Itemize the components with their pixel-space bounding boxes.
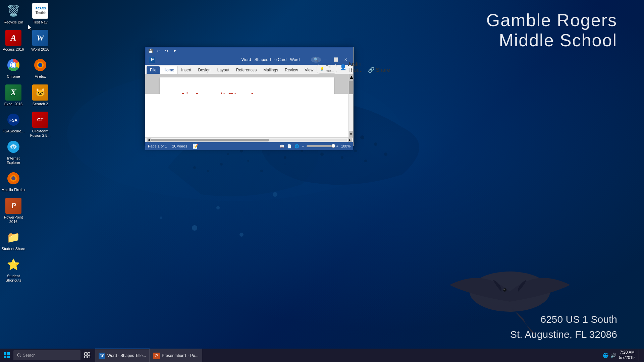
qat-save[interactable]: 💾 <box>147 48 154 54</box>
tab-references[interactable]: References <box>233 66 260 74</box>
svg-point-3 <box>239 233 244 237</box>
tab-file[interactable]: File <box>147 66 160 74</box>
word-search-btn[interactable]: 🔍 <box>311 57 321 63</box>
desktop-icon-recycle-bin[interactable]: 🗑️ Recycle Bin <box>0 1 27 26</box>
desktop-icon-ppt[interactable]: P PowerPoint 2016 <box>0 196 27 226</box>
taskbar-system-icons: 🌐 🔊 <box>603 353 616 358</box>
svg-point-1 <box>192 225 197 231</box>
taskbar-word-icon: W <box>99 353 105 359</box>
desktop-icon-clickteam[interactable]: CT Clickteam Fusion 2.5... <box>27 110 54 140</box>
desktop-icon-word[interactable]: W Word 2016 <box>27 28 54 54</box>
firefox-label: Firefox <box>35 74 46 79</box>
clickteam-icon: CT <box>32 112 48 128</box>
scratch-label: Scratch 2 <box>33 102 48 106</box>
firefox-icon <box>32 57 48 73</box>
view-layout-icon[interactable]: 📄 <box>287 144 292 148</box>
windows-logo-icon <box>3 352 10 359</box>
desktop-icon-ie[interactable]: e Internet Explorer <box>0 137 27 167</box>
hscrollbar-track <box>151 139 347 141</box>
tab-home[interactable]: Home <box>160 66 178 74</box>
taskbar-search[interactable]: Search <box>13 350 80 360</box>
svg-point-11 <box>227 153 229 155</box>
taskbar-time-display: 7:20 AM <box>619 350 635 355</box>
tell-me-btn[interactable]: 💡 Tell me... <box>317 64 337 74</box>
tab-design[interactable]: Design <box>195 66 214 74</box>
taskbar: Search W Word - Shapes Title... P Presen… <box>0 349 644 362</box>
desktop-icon-firefox[interactable]: Firefox <box>27 55 54 81</box>
tab-view[interactable]: View <box>302 66 317 74</box>
excel-label: Excel 2016 <box>4 102 22 106</box>
svg-rect-63 <box>88 356 90 358</box>
ie-icon: e <box>5 139 21 155</box>
qat-undo[interactable]: ↩ <box>155 48 162 54</box>
word-heading1: Air Assault Step 4 <box>180 91 314 94</box>
school-name: Gamble Rogers Middle School <box>486 10 617 50</box>
tab-review[interactable]: Review <box>281 66 301 74</box>
taskbar-clock[interactable]: 7:20 AM 5/7/2019 <box>619 350 635 360</box>
word-content-area[interactable]: Air Assault Step 4 Sound Effects You wil… <box>145 74 348 94</box>
word-minimize-btn[interactable]: ─ <box>321 56 330 63</box>
scrollbar-up-btn[interactable]: ▲ <box>349 74 353 81</box>
desktop-icon-fsa[interactable]: FSA FSASecure... <box>0 110 27 135</box>
show-desktop-btn[interactable] <box>639 350 641 361</box>
share-icon: 🔗 <box>368 67 375 73</box>
statusbar-page: Page 1 of 1 <box>148 144 167 148</box>
scrollbar-thumb[interactable] <box>349 81 353 94</box>
word-vertical-scrollbar[interactable]: ▲ ▼ <box>348 74 353 137</box>
scrollbar-down-btn[interactable]: ▼ <box>349 131 353 137</box>
desktop-icon-chrome[interactable]: Chrome <box>0 55 27 81</box>
user-icon: 👤 <box>340 64 346 70</box>
word-main-area: Air Assault Step 4 Sound Effects You wil… <box>145 74 353 137</box>
desktop-icon-access[interactable]: A Access 2016 <box>0 28 27 54</box>
svg-rect-54 <box>4 352 6 355</box>
share-btn[interactable]: 🔗 Share <box>365 66 393 74</box>
fsa-icon: FSA <box>5 112 21 128</box>
desktop-icon-excel[interactable]: X Excel 2016 <box>0 82 27 108</box>
svg-text:FSA: FSA <box>9 118 17 123</box>
hscrollbar-thumb[interactable] <box>151 139 269 141</box>
task-view-btn[interactable] <box>80 349 94 362</box>
zoom-slider-thumb[interactable] <box>331 144 335 148</box>
svg-point-14 <box>220 163 223 166</box>
zoom-slider[interactable] <box>307 145 333 147</box>
tab-mailings[interactable]: Mailings <box>260 66 281 74</box>
svg-rect-62 <box>85 356 87 358</box>
start-button[interactable] <box>0 349 13 362</box>
access-icon: A <box>5 30 21 46</box>
word-horizontal-scrollbar[interactable]: ◀ ▶ <box>145 137 353 142</box>
testnav-label: Test Nav <box>33 20 48 24</box>
word-page: Air Assault Step 4 Sound Effects You wil… <box>160 77 334 94</box>
hscrollbar-right-btn[interactable]: ▶ <box>348 138 352 142</box>
desktop-icon-testnav[interactable]: PEARSON TestNav Test Nav <box>27 1 54 26</box>
svg-point-36 <box>503 289 505 290</box>
desktop-icons-right: PEARSON TestNav Test Nav W Word 2016 Fir… <box>27 0 54 140</box>
taskbar-word-app[interactable]: W Word - Shapes Title... <box>95 349 150 362</box>
svg-point-4 <box>160 217 162 219</box>
user-name-btn[interactable]: 👤 Justin Thor... <box>337 60 365 74</box>
qat-redo[interactable]: ↪ <box>163 48 170 54</box>
desktop-icon-scratch[interactable]: 🐱 Scratch 2 <box>27 82 54 108</box>
chrome-label: Chrome <box>7 74 20 79</box>
taskbar-ppt-app[interactable]: P Presentation1 - Po... <box>150 349 202 362</box>
volume-icon[interactable]: 🔊 <box>610 353 616 358</box>
view-read-icon[interactable]: 📖 <box>280 144 284 148</box>
desktop-icon-student-share[interactable]: 📁 Student Share <box>0 227 27 253</box>
statusbar-spellcheck-icon[interactable]: 📝 <box>193 143 198 149</box>
tab-insert[interactable]: Insert <box>178 66 195 74</box>
search-icon <box>17 353 21 358</box>
svg-text:TestNav: TestNav <box>36 11 46 15</box>
svg-text:e: e <box>12 144 15 150</box>
view-web-icon[interactable]: 🌐 <box>294 144 299 148</box>
desktop-icon-student-shortcuts[interactable]: ⭐ Student Shortcuts <box>0 254 27 285</box>
word-label: Word 2016 <box>31 47 49 52</box>
zoom-minus-btn[interactable]: − <box>302 144 304 148</box>
desktop-icon-mozilla[interactable]: Mozilla Firefox <box>0 168 27 194</box>
zoom-plus-btn[interactable]: + <box>336 144 338 148</box>
hscrollbar-left-btn[interactable]: ◀ <box>147 138 151 142</box>
tab-layout[interactable]: Layout <box>214 66 233 74</box>
svg-point-16 <box>207 170 209 172</box>
network-icon[interactable]: 🌐 <box>603 353 608 358</box>
svg-point-40 <box>11 63 15 67</box>
tell-me-icon: 💡 <box>320 67 324 71</box>
qat-more[interactable]: ▾ <box>171 48 178 54</box>
